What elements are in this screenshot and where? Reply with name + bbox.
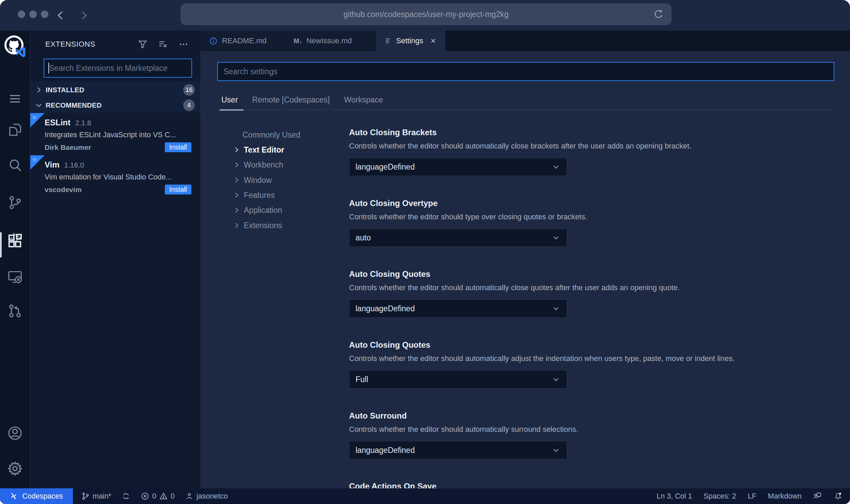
close-icon[interactable]: [430, 37, 437, 45]
explorer-icon[interactable]: [0, 122, 30, 138]
remote-indicator-icon: [10, 492, 19, 501]
problems-status-item[interactable]: 0 0: [141, 492, 175, 501]
setting-dropdown[interactable]: languageDefined: [349, 158, 567, 176]
language-mode-item[interactable]: Markdown: [768, 492, 802, 501]
toc-application[interactable]: Application: [233, 204, 282, 216]
chevron-right-icon: [233, 206, 241, 214]
setting-title: Auto Closing Quotes: [349, 269, 834, 279]
eol-item[interactable]: LF: [748, 492, 756, 501]
setting-auto-surround: Auto Surround Controls whether the edito…: [349, 411, 834, 459]
minimize-window-button[interactable]: [29, 11, 37, 18]
setting-dropdown[interactable]: languageDefined: [349, 299, 567, 318]
chevron-down-icon: [552, 162, 561, 171]
sidebar-header: EXTENSIONS: [30, 31, 200, 58]
maximize-window-button[interactable]: [41, 11, 48, 18]
branch-status-item[interactable]: main*: [81, 492, 111, 501]
toc-commonly-used[interactable]: Commonly Used: [242, 129, 300, 141]
chevron-right-icon: [233, 161, 241, 169]
filter-icon[interactable]: [138, 38, 149, 50]
chevron-right-icon: [233, 146, 241, 154]
install-button[interactable]: Install: [165, 142, 191, 152]
extension-item-eslint[interactable]: ☆ ESLint 2.1.8 Integrates ESLint JavaScr…: [30, 113, 200, 155]
setting-auto-closing-quotes-2: Auto Closing Quotes Controls whether the…: [349, 340, 834, 389]
settings-list-icon: [385, 37, 392, 45]
indentation-item[interactable]: Spaces: 2: [704, 492, 736, 501]
settings-search-input[interactable]: [217, 62, 834, 81]
feedback-icon[interactable]: [813, 492, 822, 501]
chevron-down-icon: [552, 375, 561, 384]
bell-icon[interactable]: [834, 492, 843, 501]
setting-dropdown[interactable]: Full: [349, 370, 567, 389]
clear-list-icon[interactable]: [158, 38, 170, 50]
back-icon[interactable]: [55, 10, 67, 21]
install-button[interactable]: Install: [165, 185, 191, 194]
chevron-down-icon: [552, 304, 561, 313]
settings-scope-tabs: User Remote [Codespaces] Workspace: [221, 95, 383, 105]
gear-icon[interactable]: [0, 460, 30, 477]
section-recommended[interactable]: RECOMMENDED 4: [30, 98, 200, 113]
chevron-down-icon: [34, 101, 43, 110]
active-view-indicator: [0, 232, 2, 257]
tab-settings[interactable]: Settings: [376, 31, 446, 51]
setting-auto-closing-quotes: Auto Closing Quotes Controls whether the…: [349, 269, 834, 318]
star-icon: ☆: [32, 114, 37, 121]
setting-auto-closing-brackets: Auto Closing Brackets Controls whether t…: [349, 127, 834, 176]
menu-icon[interactable]: [0, 92, 30, 106]
source-control-icon[interactable]: [0, 195, 30, 210]
toc-features[interactable]: Features: [233, 189, 275, 201]
editor-tab-bar: README.md M↓ NewIssue.md Settings: [200, 31, 850, 51]
search-icon[interactable]: [0, 157, 30, 173]
extensions-sidebar: EXTENSIONS INSTALLED 16 RECOMMENDED 4 ☆ …: [30, 31, 200, 488]
scope-tab-workspace[interactable]: Workspace: [344, 95, 383, 105]
settings-editor: User Remote [Codespaces] Workspace Commo…: [200, 51, 850, 488]
tab-readme[interactable]: README.md: [200, 31, 285, 51]
extension-item-vim[interactable]: ☆ Vim 1.16.0 Vim emulation for Visual St…: [30, 155, 200, 197]
recommended-count-badge: 4: [183, 99, 195, 111]
sync-icon: [122, 492, 130, 501]
traffic-lights: [18, 11, 48, 18]
active-scope-underline: [220, 109, 243, 111]
activity-bar: [0, 31, 30, 488]
branch-icon: [81, 492, 90, 501]
codespaces-remote-button[interactable]: Codespaces: [0, 488, 73, 504]
close-window-button[interactable]: [18, 11, 25, 18]
chevron-down-icon: [552, 446, 561, 455]
toc-workbench[interactable]: Workbench: [233, 159, 283, 171]
sync-status-item[interactable]: [122, 492, 130, 501]
markdown-icon: M↓: [294, 37, 302, 45]
section-installed[interactable]: INSTALLED 16: [30, 82, 200, 97]
toc-window[interactable]: Window: [233, 174, 272, 186]
user-status-item[interactable]: jasonetco: [185, 492, 228, 501]
url-bar[interactable]: github.com/codespaces/user-my-project-mg…: [180, 3, 672, 25]
text-cursor: [48, 63, 49, 74]
status-bar: Codespaces main* 0 0 jasonetco Ln 3, Col: [0, 488, 850, 504]
tab-newissue[interactable]: M↓ NewIssue.md: [285, 31, 376, 51]
chevron-down-icon: [552, 233, 561, 242]
scope-tab-user[interactable]: User: [221, 95, 238, 105]
extensions-icon[interactable]: [0, 233, 30, 249]
info-icon: [209, 37, 218, 45]
chevron-right-icon: [233, 191, 241, 199]
star-icon: ☆: [32, 156, 37, 163]
toc-extensions[interactable]: Extensions: [233, 219, 282, 232]
pull-request-icon[interactable]: [0, 303, 30, 319]
forward-icon[interactable]: [78, 10, 89, 21]
setting-dropdown[interactable]: auto: [349, 229, 567, 247]
reload-icon[interactable]: [653, 9, 664, 20]
more-icon[interactable]: [178, 38, 190, 50]
setting-section-title: Code Actions On Save: [349, 482, 437, 488]
scope-tab-remote[interactable]: Remote [Codespaces]: [252, 95, 330, 105]
person-icon: [185, 492, 194, 501]
account-icon[interactable]: [0, 425, 30, 441]
remote-explorer-icon[interactable]: [0, 269, 30, 285]
setting-description: Controls whether the editor should autom…: [349, 141, 834, 151]
setting-dropdown[interactable]: languageDefined: [349, 441, 567, 459]
chevron-right-icon: [233, 176, 241, 184]
extensions-search-input[interactable]: [44, 59, 192, 78]
cursor-position-item[interactable]: Ln 3, Col 1: [657, 492, 692, 501]
setting-description: Controls whether the editor should type …: [349, 212, 834, 222]
setting-description: Controls whether the editor should autom…: [349, 425, 834, 434]
browser-chrome: github.com/codespaces/user-my-project-mg…: [0, 0, 850, 31]
setting-auto-closing-overtype: Auto Closing Overtype Controls whether t…: [349, 198, 834, 247]
toc-text-editor[interactable]: Text Editor: [233, 144, 284, 156]
